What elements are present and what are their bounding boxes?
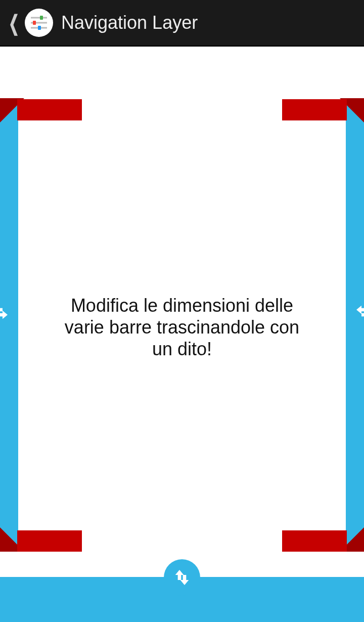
back-icon[interactable]: ❮ <box>9 11 19 35</box>
app-icon[interactable] <box>25 9 53 37</box>
bottom-resize-handle[interactable] <box>164 559 200 596</box>
sliders-icon <box>29 13 49 33</box>
svg-rect-3 <box>40 16 43 20</box>
page-title: Navigation Layer <box>61 12 198 33</box>
svg-rect-5 <box>38 26 41 30</box>
instruction-text: Modifica le dimensioni delle varie barre… <box>0 295 364 360</box>
svg-rect-4 <box>33 21 36 25</box>
bar-end-marker-bottom-left[interactable] <box>17 530 82 552</box>
bar-end-marker-top-right[interactable] <box>282 99 347 120</box>
editor-canvas: Modifica le dimensioni delle varie barre… <box>0 47 364 622</box>
bar-end-marker-bottom-right[interactable] <box>282 530 347 552</box>
app-header: ❮ Navigation Layer <box>0 0 364 47</box>
swap-vertical-icon <box>172 567 192 588</box>
bar-end-marker-top-left[interactable] <box>17 99 82 120</box>
